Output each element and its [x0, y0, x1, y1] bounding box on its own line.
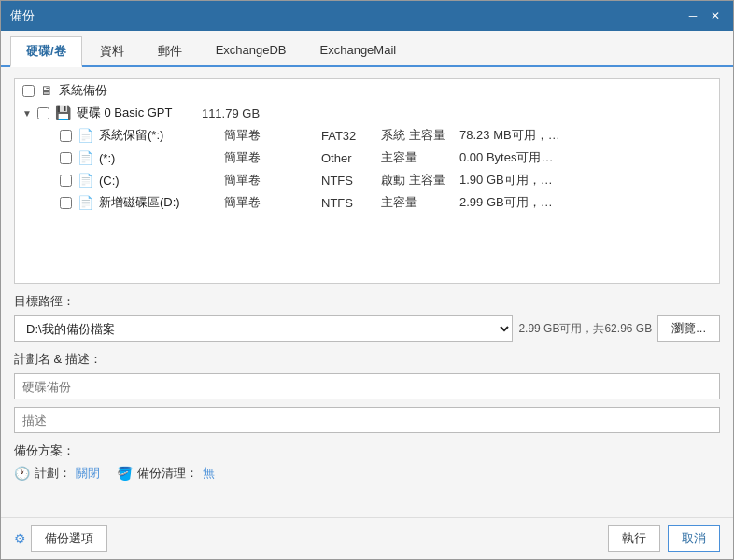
disk-icon: 🖥 — [40, 83, 53, 98]
cleanup-item: 🪣 備份清理： 無 — [117, 465, 215, 482]
d-drive-fs: NTFS — [321, 196, 377, 210]
star-checkbox[interactable] — [60, 152, 72, 164]
list-item: 📄 (*:) 簡單卷 Other 主容量 0.00 Bytes可用… — [15, 147, 719, 169]
tab-data[interactable]: 資料 — [84, 36, 140, 67]
system-backup-checkbox[interactable] — [22, 85, 35, 97]
cleanup-value[interactable]: 無 — [203, 465, 215, 482]
list-item: 📄 (C:) 簡單卷 NTFS 啟動 主容量 1.90 GB可用，… — [15, 169, 719, 191]
broom-icon: 🪣 — [117, 466, 133, 481]
action-bar: ⚙ 備份選項 執行 取消 — [1, 517, 733, 559]
title-bar: 備份 ─ ✕ — [1, 1, 733, 31]
d-drive-label: 新增磁碟區(D:) — [99, 194, 220, 211]
window-controls: ─ ✕ — [685, 7, 724, 24]
list-item: 📄 系統保留(*:) 簡單卷 FAT32 系統 主容量 78.23 MB可用，… — [15, 124, 719, 147]
minimize-button[interactable]: ─ — [685, 7, 701, 24]
c-drive-checkbox[interactable] — [60, 175, 72, 187]
system-backup-label: 系統備份 — [59, 82, 107, 99]
c-drive-flags: 啟動 主容量 — [381, 172, 456, 189]
plan-label: 計劃名 & 描述： — [14, 351, 720, 368]
list-item: 🖥 系統備份 — [15, 79, 719, 102]
star-type: 簡單卷 — [224, 149, 318, 166]
d-drive-flags: 主容量 — [381, 194, 456, 211]
plan-name-input[interactable] — [14, 373, 720, 399]
collapse-icon[interactable]: ▼ — [22, 108, 32, 119]
list-item: 📄 新增磁碟區(D:) 簡單卷 NTFS 主容量 2.99 GB可用，… — [15, 191, 719, 214]
execute-button[interactable]: 執行 — [608, 525, 660, 552]
main-window: 備份 ─ ✕ 硬碟/卷 資料 郵件 ExchangeDB ExchangeMai… — [0, 0, 734, 560]
sysreserved-avail: 78.23 MB可用，… — [459, 127, 712, 144]
d-drive-checkbox[interactable] — [60, 197, 72, 209]
d-drive-type: 簡單卷 — [224, 194, 318, 211]
main-content: 🖥 系統備份 ▼ 💾 硬碟 0 Basic GPT 111.79 GB 📄 系統… — [1, 67, 733, 517]
tab-mail[interactable]: 郵件 — [142, 36, 198, 67]
backup-plan-section: 備份方案： 🕐 計劃： 關閉 🪣 備份清理： 無 — [14, 442, 720, 482]
plan-section: 計劃名 & 描述： — [14, 351, 720, 433]
schedule-item: 🕐 計劃： 關閉 — [14, 465, 100, 482]
cancel-button[interactable]: 取消 — [668, 525, 720, 552]
c-drive-type: 簡單卷 — [224, 172, 318, 189]
c-drive-fs: NTFS — [321, 174, 377, 188]
clock-icon: 🕐 — [14, 466, 30, 481]
schedule-value[interactable]: 關閉 — [76, 465, 100, 482]
drive-panel: 🖥 系統備份 ▼ 💾 硬碟 0 Basic GPT 111.79 GB 📄 系統… — [14, 78, 720, 284]
sysreserved-type: 簡單卷 — [224, 127, 318, 144]
tab-bar: 硬碟/卷 資料 郵件 ExchangeDB ExchangeMail — [1, 31, 733, 67]
disk0-label: 硬碟 0 Basic GPT — [77, 105, 198, 121]
list-item: ▼ 💾 硬碟 0 Basic GPT 111.79 GB — [15, 102, 719, 124]
disk0-checkbox[interactable] — [37, 107, 49, 119]
star-avail: 0.00 Bytes可用… — [459, 149, 712, 166]
star-flags: 主容量 — [381, 149, 456, 166]
partition-icon: 📄 — [78, 173, 93, 188]
target-label: 目標路徑： — [14, 293, 720, 310]
partition-icon: 📄 — [78, 195, 93, 210]
action-bar-right: 執行 取消 — [608, 525, 720, 552]
disk0-size: 111.79 GB — [202, 106, 295, 120]
sysreserved-fs: FAT32 — [321, 129, 377, 143]
sysreserved-checkbox[interactable] — [60, 130, 72, 142]
plan-desc-input[interactable] — [14, 407, 720, 433]
sysreserved-label: 系統保留(*:) — [99, 127, 220, 144]
browse-button[interactable]: 瀏覽... — [657, 315, 720, 342]
cleanup-label: 備份清理： — [137, 465, 198, 482]
star-label: (*:) — [99, 151, 220, 165]
c-drive-label: (C:) — [99, 174, 220, 188]
gear-icon: ⚙ — [14, 531, 26, 546]
schedule-label: 計劃： — [35, 465, 71, 482]
star-fs: Other — [321, 151, 377, 165]
target-path-select[interactable]: D:\我的備份檔案 — [14, 315, 513, 342]
target-row: D:\我的備份檔案 2.99 GB可用，共62.96 GB 瀏覽... — [14, 315, 720, 342]
target-section: 目標路徑： D:\我的備份檔案 2.99 GB可用，共62.96 GB 瀏覽..… — [14, 293, 720, 342]
close-button[interactable]: ✕ — [707, 7, 724, 24]
target-info: 2.99 GB可用，共62.96 GB — [518, 321, 652, 337]
target-select-wrapper: D:\我的備份檔案 — [14, 315, 513, 342]
options-group: ⚙ 備份選項 — [14, 525, 107, 552]
c-drive-avail: 1.90 GB可用，… — [459, 172, 712, 189]
backup-options-button[interactable]: 備份選項 — [31, 525, 107, 552]
backup-plan-label: 備份方案： — [14, 442, 720, 459]
partition-icon: 📄 — [78, 128, 93, 143]
partition-icon: 📄 — [78, 150, 93, 165]
tab-disk[interactable]: 硬碟/卷 — [10, 36, 82, 67]
d-drive-avail: 2.99 GB可用，… — [459, 194, 712, 211]
tab-exchangedb[interactable]: ExchangeDB — [200, 36, 303, 67]
disk-icon: 💾 — [55, 105, 71, 120]
schedule-row: 🕐 計劃： 關閉 🪣 備份清理： 無 — [14, 465, 720, 482]
sysreserved-flags: 系統 主容量 — [381, 127, 456, 144]
tab-exchangemail[interactable]: ExchangeMail — [304, 36, 413, 67]
window-title: 備份 — [10, 7, 35, 24]
